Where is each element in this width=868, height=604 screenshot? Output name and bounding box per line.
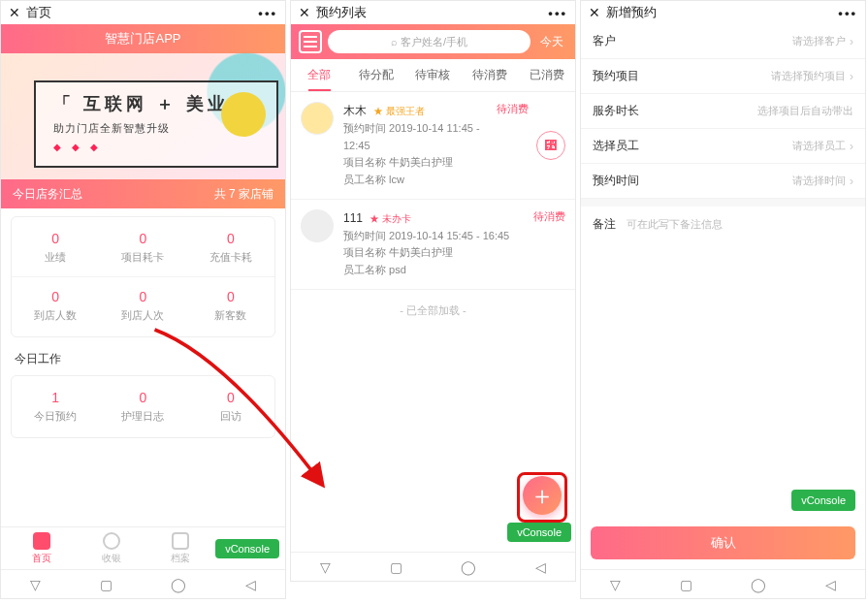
form-label: 预约项目 bbox=[593, 68, 651, 84]
form-value: 请选择时间 bbox=[792, 174, 846, 188]
nav-back[interactable]: ◁ bbox=[535, 559, 546, 575]
filter-tabs: 全部待分配待审核待消费已消费 bbox=[291, 59, 575, 92]
nav-back[interactable]: ◁ bbox=[825, 577, 836, 592]
stat-item[interactable]: 0 充值卡耗 bbox=[187, 225, 274, 270]
tab-cash[interactable]: 收银 bbox=[77, 532, 146, 565]
nav-back[interactable]: ◁ bbox=[245, 577, 256, 592]
stat-label: 回访 bbox=[187, 409, 274, 424]
nav-home[interactable]: ◯ bbox=[461, 559, 476, 575]
close-icon[interactable]: ✕ bbox=[9, 5, 20, 20]
stat-item[interactable]: 0 回访 bbox=[187, 384, 274, 429]
close-icon[interactable]: ✕ bbox=[299, 5, 310, 20]
stat-item[interactable]: 0 护理日志 bbox=[99, 384, 186, 429]
nav-recent[interactable]: ▢ bbox=[680, 577, 692, 592]
vconsole-button[interactable]: vConsole bbox=[507, 523, 571, 542]
chevron-right-icon: › bbox=[850, 140, 853, 153]
banner-subtitle: 助力门店全新智慧升级 bbox=[53, 121, 259, 136]
form-row[interactable]: 预约时间 请选择时间 › bbox=[581, 164, 865, 199]
tabbar: 首页 收银 档案 vConsole bbox=[1, 526, 285, 569]
vconsole-button[interactable]: vConsole bbox=[791, 490, 855, 511]
summary-header: 今日店务汇总 共 7 家店铺 bbox=[1, 179, 285, 208]
stat-label: 项目耗卡 bbox=[99, 250, 186, 265]
appointment-item[interactable]: 木木 最强王者 预约时间 2019-10-14 11:45 - 12:45 项目… bbox=[291, 92, 575, 200]
note-row[interactable]: 备注 可在此写下备注信息 bbox=[581, 207, 865, 242]
form-value: 请选择员工 bbox=[792, 139, 846, 153]
stat-label: 到店人次 bbox=[99, 308, 186, 323]
tab-file[interactable]: 档案 bbox=[145, 532, 215, 565]
close-icon[interactable]: ✕ bbox=[589, 5, 600, 20]
customer-tag: 未办卡 bbox=[370, 213, 411, 224]
appt-employee: 员工名称 lcw bbox=[343, 172, 497, 189]
form-row[interactable]: 服务时长 选择项目后自动带出 bbox=[581, 94, 865, 129]
nav-menu[interactable]: ▽ bbox=[320, 559, 331, 575]
vconsole-button[interactable]: vConsole bbox=[215, 539, 279, 558]
android-nav: ▽ ▢ ◯ ◁ bbox=[1, 569, 285, 598]
appt-project: 项目名称 牛奶美白护理 bbox=[343, 244, 533, 262]
avatar bbox=[301, 102, 334, 135]
search-placeholder: 客户姓名/手机 bbox=[401, 36, 467, 48]
appt-status: 待消费 bbox=[533, 209, 565, 224]
filter-tab[interactable]: 待消费 bbox=[462, 59, 519, 91]
page-title: 首页 bbox=[26, 4, 51, 21]
stat-item[interactable]: 1 今日预约 bbox=[12, 384, 99, 429]
android-nav: ▽ ▢ ◯ ◁ bbox=[581, 569, 865, 598]
nav-menu[interactable]: ▽ bbox=[30, 577, 41, 592]
filter-tab[interactable]: 待分配 bbox=[348, 59, 405, 91]
more-icon[interactable]: ••• bbox=[258, 6, 277, 20]
list-end: - 已全部加载 - bbox=[291, 290, 575, 332]
page-title: 预约列表 bbox=[316, 4, 367, 21]
appointment-item[interactable]: 111 未办卡 预约时间 2019-10-14 15:45 - 16:45 项目… bbox=[291, 200, 575, 290]
nav-menu[interactable]: ▽ bbox=[610, 577, 621, 592]
nav-recent[interactable]: ▢ bbox=[100, 577, 113, 592]
scan-icon[interactable]: ⵹ bbox=[536, 131, 565, 160]
nav-home[interactable]: ◯ bbox=[171, 577, 186, 592]
android-nav: ▽ ▢ ◯ ◁ bbox=[291, 552, 575, 581]
app-header: 智慧门店APP bbox=[1, 24, 285, 53]
form-row[interactable]: 选择员工 请选择员工 › bbox=[581, 129, 865, 164]
stat-item[interactable]: 0 到店人次 bbox=[99, 283, 186, 329]
list-icon[interactable] bbox=[299, 30, 322, 53]
stat-value: 0 bbox=[187, 289, 274, 304]
form-label: 客户 bbox=[593, 33, 651, 49]
file-icon bbox=[172, 532, 189, 550]
customer-tag: 最强王者 bbox=[373, 106, 425, 116]
tab-cash-label: 收银 bbox=[102, 553, 121, 563]
search-bar: ⌕ 客户姓名/手机 今天 bbox=[291, 24, 575, 59]
stat-label: 新客数 bbox=[187, 308, 274, 323]
confirm-button[interactable]: 确认 bbox=[591, 526, 855, 559]
form-label: 服务时长 bbox=[593, 103, 651, 119]
nav-home[interactable]: ◯ bbox=[751, 577, 766, 592]
filter-tab[interactable]: 待审核 bbox=[404, 59, 462, 91]
note-label: 备注 bbox=[593, 217, 616, 231]
avatar bbox=[301, 209, 334, 242]
form-value: 选择项目后自动带出 bbox=[757, 104, 853, 118]
stat-value: 0 bbox=[99, 231, 186, 246]
today-button[interactable]: 今天 bbox=[536, 34, 567, 50]
customer-name: 111 bbox=[343, 211, 363, 225]
filter-tab[interactable]: 已消费 bbox=[518, 59, 575, 91]
home-icon bbox=[33, 532, 50, 550]
appt-time: 预约时间 2019-10-14 11:45 - 12:45 bbox=[343, 120, 497, 154]
page-title: 新增预约 bbox=[606, 4, 657, 21]
stat-value: 0 bbox=[187, 231, 274, 246]
stats-card-2: 1 今日预约 0 护理日志 0 回访 bbox=[11, 375, 275, 438]
stat-item[interactable]: 0 项目耗卡 bbox=[99, 225, 186, 270]
nav-recent[interactable]: ▢ bbox=[390, 559, 402, 575]
form-label: 预约时间 bbox=[593, 173, 651, 189]
chevron-right-icon: › bbox=[850, 175, 853, 188]
stat-item[interactable]: 0 新客数 bbox=[187, 283, 274, 329]
tab-home-label: 首页 bbox=[32, 553, 51, 563]
tab-home[interactable]: 首页 bbox=[7, 532, 77, 565]
stat-item[interactable]: 0 到店人数 bbox=[12, 283, 99, 329]
appt-employee: 员工名称 psd bbox=[343, 262, 533, 279]
more-icon[interactable]: ••• bbox=[548, 6, 567, 20]
store-count[interactable]: 共 7 家店铺 bbox=[214, 186, 273, 203]
stat-label: 护理日志 bbox=[99, 409, 186, 424]
stat-item[interactable]: 0 业绩 bbox=[12, 225, 99, 270]
more-icon[interactable]: ••• bbox=[838, 6, 857, 20]
form-row[interactable]: 客户 请选择客户 › bbox=[581, 24, 865, 59]
filter-tab[interactable]: 全部 bbox=[291, 59, 348, 91]
chevron-right-icon: › bbox=[850, 35, 853, 48]
search-input[interactable]: ⌕ 客户姓名/手机 bbox=[328, 30, 530, 53]
form-row[interactable]: 预约项目 请选择预约项目 › bbox=[581, 59, 865, 94]
